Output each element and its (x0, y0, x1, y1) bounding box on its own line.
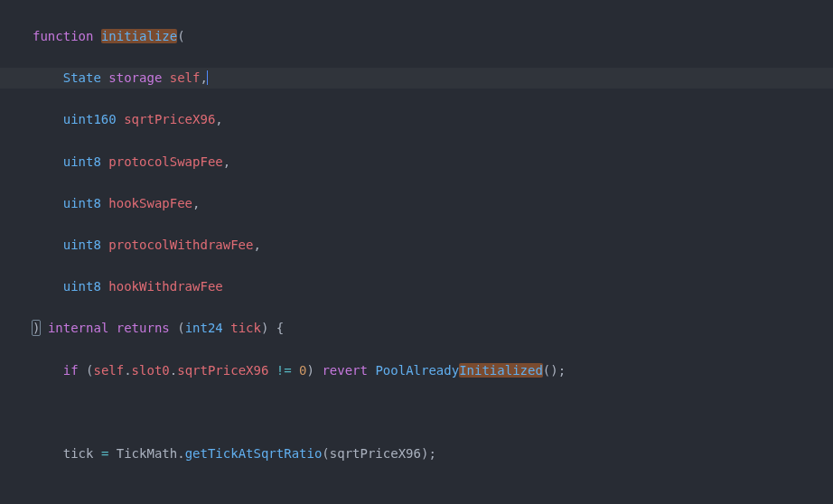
code-line[interactable]: State storage self, (0, 68, 833, 89)
error-name: PoolAlready (375, 363, 459, 378)
text-cursor (207, 70, 208, 85)
param-name: protocolWithdrawFee (108, 238, 253, 252)
storage-keyword: storage (108, 70, 162, 85)
error-name-highlight: Initialized (459, 363, 543, 378)
paren-open: ( (177, 29, 184, 43)
param-name: protocolSwapFee (108, 154, 222, 169)
param-type: uint160 (63, 112, 117, 126)
code-line[interactable]: function initialize( (0, 26, 833, 47)
return-name: tick (230, 321, 261, 335)
code-line[interactable]: if (self.slot0.sqrtPriceX96 != 0) revert… (0, 360, 833, 381)
operator-neq: != (276, 363, 292, 378)
code-line[interactable]: tick = TickMath.getTickAtSqrtRatio(sqrtP… (0, 443, 833, 464)
code-line[interactable]: uint8 hookSwapFee, (0, 193, 833, 214)
return-type: int24 (185, 321, 223, 335)
param-type: State (63, 70, 101, 85)
code-line[interactable] (0, 485, 833, 504)
method-call: getTickAtSqrtRatio (185, 446, 323, 461)
code-line[interactable]: uint8 hookWithdrawFee (0, 276, 833, 297)
brace-open: { (276, 321, 284, 335)
keyword-function: function (33, 29, 93, 43)
code-line[interactable] (0, 402, 833, 423)
keyword-internal: internal (48, 321, 108, 335)
param-type: uint8 (63, 154, 101, 169)
function-name: initialize (101, 29, 177, 43)
param-name: hookSwapFee (108, 196, 192, 210)
number-literal: 0 (299, 363, 306, 378)
param-type: uint8 (63, 196, 101, 210)
keyword-if: if (63, 363, 79, 378)
code-line[interactable]: uint8 protocolWithdrawFee, (0, 235, 833, 256)
keyword-returns: returns (117, 321, 170, 335)
code-editor[interactable]: function initialize( State storage self,… (0, 0, 833, 504)
keyword-revert: revert (322, 363, 368, 378)
code-line[interactable]: ) internal returns (int24 tick) { (0, 318, 833, 339)
param-name: sqrtPriceX96 (124, 112, 215, 126)
code-line[interactable]: uint160 sqrtPriceX96, (0, 109, 833, 130)
param-type: uint8 (63, 238, 101, 252)
param-type: uint8 (63, 279, 101, 294)
param-name: hookWithdrawFee (108, 279, 222, 294)
code-line[interactable]: uint8 protocolSwapFee, (0, 152, 833, 173)
param-name: self (170, 70, 201, 85)
